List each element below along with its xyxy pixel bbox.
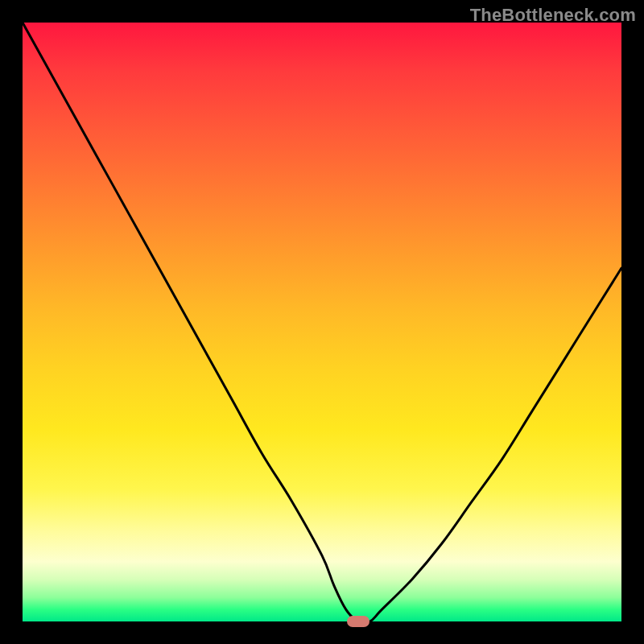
chart-svg — [23, 23, 621, 621]
bottleneck-curve — [23, 23, 621, 623]
chart-plot-area — [23, 23, 621, 621]
chart-frame: TheBottleneck.com — [0, 0, 644, 644]
optimum-marker — [347, 616, 369, 627]
